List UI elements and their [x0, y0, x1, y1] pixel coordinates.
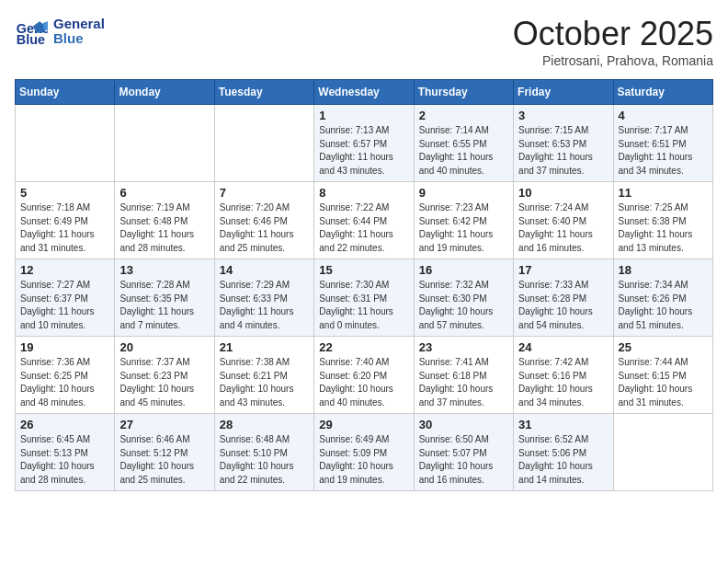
logo: General Blue General Blue	[15, 15, 105, 48]
day-info: Sunrise: 7:18 AMSunset: 6:49 PMDaylight:…	[20, 201, 109, 255]
day-number: 12	[20, 263, 109, 277]
day-number: 10	[518, 186, 608, 200]
day-number: 30	[419, 418, 508, 431]
day-cell: 30Sunrise: 6:50 AMSunset: 5:07 PMDayligh…	[414, 414, 513, 491]
day-info: Sunrise: 7:28 AMSunset: 6:35 PMDaylight:…	[119, 279, 209, 332]
day-info: Sunrise: 7:32 AMSunset: 6:30 PMDaylight:…	[419, 279, 508, 332]
day-cell: 25Sunrise: 7:44 AMSunset: 6:15 PMDayligh…	[613, 337, 712, 414]
page-header: General Blue General Blue October 2025 P…	[15, 15, 713, 68]
calendar-table: SundayMondayTuesdayWednesdayThursdayFrid…	[15, 79, 713, 491]
day-info: Sunrise: 6:46 AMSunset: 5:12 PMDaylight:…	[119, 433, 209, 487]
day-number: 1	[319, 109, 408, 122]
day-cell	[16, 105, 115, 182]
day-number: 13	[119, 263, 209, 277]
day-cell: 2Sunrise: 7:14 AMSunset: 6:55 PMDaylight…	[414, 105, 513, 182]
day-info: Sunrise: 7:17 AMSunset: 6:51 PMDaylight:…	[619, 124, 708, 178]
day-cell: 9Sunrise: 7:23 AMSunset: 6:42 PMDaylight…	[414, 182, 513, 259]
day-info: Sunrise: 7:42 AMSunset: 6:16 PMDaylight:…	[518, 356, 608, 409]
day-cell: 24Sunrise: 7:42 AMSunset: 6:16 PMDayligh…	[514, 337, 613, 414]
day-number: 23	[419, 340, 508, 354]
day-number: 4	[619, 109, 708, 122]
day-info: Sunrise: 7:24 AMSunset: 6:40 PMDaylight:…	[518, 201, 608, 255]
weekday-header-friday: Friday	[514, 80, 613, 105]
day-cell	[214, 105, 313, 182]
day-info: Sunrise: 7:13 AMSunset: 6:57 PMDaylight:…	[319, 124, 408, 178]
location: Pietrosani, Prahova, Romania	[513, 53, 713, 68]
weekday-header-tuesday: Tuesday	[214, 80, 313, 105]
day-info: Sunrise: 7:25 AMSunset: 6:38 PMDaylight:…	[619, 201, 708, 255]
day-info: Sunrise: 7:38 AMSunset: 6:21 PMDaylight:…	[220, 356, 309, 409]
day-cell: 12Sunrise: 7:27 AMSunset: 6:37 PMDayligh…	[16, 259, 115, 337]
day-number: 2	[419, 109, 508, 122]
day-info: Sunrise: 7:29 AMSunset: 6:33 PMDaylight:…	[220, 279, 309, 332]
day-cell: 27Sunrise: 6:46 AMSunset: 5:12 PMDayligh…	[115, 414, 214, 491]
day-number: 17	[518, 263, 608, 277]
day-number: 11	[619, 186, 708, 200]
day-number: 22	[319, 340, 408, 354]
day-cell: 28Sunrise: 6:48 AMSunset: 5:10 PMDayligh…	[214, 414, 313, 491]
day-number: 31	[518, 418, 608, 431]
day-cell: 3Sunrise: 7:15 AMSunset: 6:53 PMDaylight…	[514, 105, 613, 182]
weekday-header-sunday: Sunday	[16, 80, 115, 105]
day-number: 20	[119, 340, 209, 354]
day-cell	[115, 105, 214, 182]
day-cell: 17Sunrise: 7:33 AMSunset: 6:28 PMDayligh…	[514, 259, 613, 337]
day-info: Sunrise: 7:30 AMSunset: 6:31 PMDaylight:…	[319, 279, 408, 332]
day-number: 7	[220, 186, 309, 200]
month-title: October 2025	[513, 15, 713, 53]
logo-icon: General Blue	[15, 15, 48, 48]
day-info: Sunrise: 7:20 AMSunset: 6:46 PMDaylight:…	[220, 201, 309, 255]
day-info: Sunrise: 7:15 AMSunset: 6:53 PMDaylight:…	[518, 124, 608, 178]
day-cell: 23Sunrise: 7:41 AMSunset: 6:18 PMDayligh…	[414, 337, 513, 414]
day-cell: 11Sunrise: 7:25 AMSunset: 6:38 PMDayligh…	[613, 182, 712, 259]
week-row-1: 1Sunrise: 7:13 AMSunset: 6:57 PMDaylight…	[16, 105, 713, 182]
day-cell: 21Sunrise: 7:38 AMSunset: 6:21 PMDayligh…	[214, 337, 313, 414]
day-cell: 20Sunrise: 7:37 AMSunset: 6:23 PMDayligh…	[115, 337, 214, 414]
week-row-3: 12Sunrise: 7:27 AMSunset: 6:37 PMDayligh…	[16, 259, 713, 337]
day-info: Sunrise: 7:34 AMSunset: 6:26 PMDaylight:…	[619, 279, 708, 332]
logo-line2: Blue	[53, 31, 105, 47]
day-number: 9	[419, 186, 508, 200]
day-number: 27	[119, 418, 209, 431]
day-info: Sunrise: 6:45 AMSunset: 5:13 PMDaylight:…	[20, 433, 109, 487]
week-row-2: 5Sunrise: 7:18 AMSunset: 6:49 PMDaylight…	[16, 182, 713, 259]
day-info: Sunrise: 6:50 AMSunset: 5:07 PMDaylight:…	[419, 433, 508, 487]
day-cell: 22Sunrise: 7:40 AMSunset: 6:20 PMDayligh…	[314, 337, 414, 414]
svg-text:Blue: Blue	[17, 32, 45, 47]
day-number: 6	[119, 186, 209, 200]
day-info: Sunrise: 7:41 AMSunset: 6:18 PMDaylight:…	[419, 356, 508, 409]
day-cell	[613, 414, 712, 491]
day-info: Sunrise: 6:52 AMSunset: 5:06 PMDaylight:…	[518, 433, 608, 487]
day-info: Sunrise: 7:44 AMSunset: 6:15 PMDaylight:…	[619, 356, 708, 409]
weekday-header-thursday: Thursday	[414, 80, 513, 105]
day-number: 29	[319, 418, 408, 431]
day-number: 15	[319, 263, 408, 277]
day-cell: 29Sunrise: 6:49 AMSunset: 5:09 PMDayligh…	[314, 414, 414, 491]
day-cell: 4Sunrise: 7:17 AMSunset: 6:51 PMDaylight…	[613, 105, 712, 182]
day-info: Sunrise: 7:37 AMSunset: 6:23 PMDaylight:…	[119, 356, 209, 409]
day-cell: 26Sunrise: 6:45 AMSunset: 5:13 PMDayligh…	[16, 414, 115, 491]
day-number: 25	[619, 340, 708, 354]
day-cell: 15Sunrise: 7:30 AMSunset: 6:31 PMDayligh…	[314, 259, 414, 337]
day-cell: 10Sunrise: 7:24 AMSunset: 6:40 PMDayligh…	[514, 182, 613, 259]
day-cell: 14Sunrise: 7:29 AMSunset: 6:33 PMDayligh…	[214, 259, 313, 337]
day-cell: 8Sunrise: 7:22 AMSunset: 6:44 PMDaylight…	[314, 182, 414, 259]
day-cell: 18Sunrise: 7:34 AMSunset: 6:26 PMDayligh…	[613, 259, 712, 337]
day-cell: 5Sunrise: 7:18 AMSunset: 6:49 PMDaylight…	[16, 182, 115, 259]
day-cell: 16Sunrise: 7:32 AMSunset: 6:30 PMDayligh…	[414, 259, 513, 337]
day-info: Sunrise: 6:49 AMSunset: 5:09 PMDaylight:…	[319, 433, 408, 487]
day-info: Sunrise: 7:36 AMSunset: 6:25 PMDaylight:…	[20, 356, 109, 409]
day-cell: 6Sunrise: 7:19 AMSunset: 6:48 PMDaylight…	[115, 182, 214, 259]
day-info: Sunrise: 7:14 AMSunset: 6:55 PMDaylight:…	[419, 124, 508, 178]
day-number: 19	[20, 340, 109, 354]
day-info: Sunrise: 7:27 AMSunset: 6:37 PMDaylight:…	[20, 279, 109, 332]
day-number: 28	[220, 418, 309, 431]
day-number: 18	[619, 263, 708, 277]
day-cell: 19Sunrise: 7:36 AMSunset: 6:25 PMDayligh…	[16, 337, 115, 414]
day-number: 24	[518, 340, 608, 354]
weekday-header-wednesday: Wednesday	[314, 80, 414, 105]
day-info: Sunrise: 7:40 AMSunset: 6:20 PMDaylight:…	[319, 356, 408, 409]
weekday-header-saturday: Saturday	[613, 80, 712, 105]
day-info: Sunrise: 6:48 AMSunset: 5:10 PMDaylight:…	[220, 433, 309, 487]
title-block: October 2025 Pietrosani, Prahova, Romani…	[513, 15, 713, 68]
